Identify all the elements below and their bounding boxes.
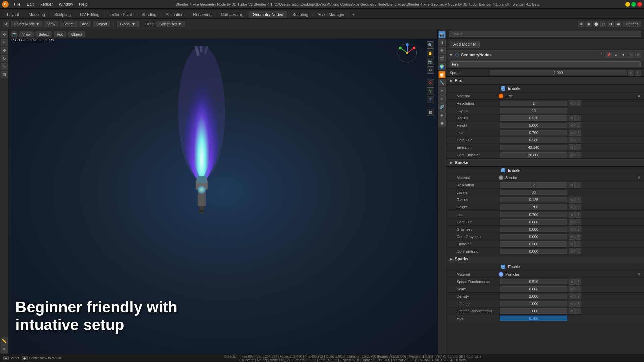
menu-window[interactable]: Window: [56, 1, 76, 7]
tab-asset-manager[interactable]: Asset Manager: [313, 11, 349, 18]
tab-compositing[interactable]: Compositing: [217, 11, 248, 18]
gizmo-view-btn[interactable]: ⊡: [427, 109, 434, 116]
fire-emission-driver-btn[interactable]: ◁: [569, 144, 575, 150]
fire-hue-value[interactable]: 0.700: [500, 130, 567, 135]
smoke-enable-checkbox[interactable]: ✓: [501, 168, 505, 172]
smoke-core-grayness-driver-btn[interactable]: ◁: [569, 234, 575, 240]
shading-wire-icon[interactable]: ◻: [600, 21, 606, 27]
fire-layers-value[interactable]: 10: [500, 108, 567, 113]
fire-expand-icon[interactable]: ▶: [450, 78, 453, 83]
fire-radius-more-btn[interactable]: ⋮: [575, 115, 581, 121]
properties-modifier-icon[interactable]: 🔧: [438, 79, 446, 86]
hand-tool-btn[interactable]: ✋: [427, 50, 434, 57]
fire-core-hue-value[interactable]: 0.580: [500, 137, 567, 143]
smoke-core-grayness-more-btn[interactable]: ⋮: [575, 234, 581, 240]
smoke-resolution-value[interactable]: 2: [500, 182, 567, 188]
geo-nodes-expand-icon[interactable]: ▼: [449, 53, 453, 57]
smoke-section-header[interactable]: ▶ Smoke: [446, 159, 644, 167]
sparks-scale-value[interactable]: 0.008: [500, 286, 567, 292]
sparks-lifetime-randomness-value[interactable]: 1.000: [500, 308, 567, 314]
search-input[interactable]: [449, 31, 641, 37]
smoke-emission-driver-btn[interactable]: ◁: [569, 241, 575, 247]
fire-res-more-btn[interactable]: ⋮: [575, 100, 581, 106]
smoke-radius-more-btn[interactable]: ⋮: [575, 197, 581, 203]
smoke-core-emission-driver-btn[interactable]: ◁: [569, 248, 575, 254]
maximize-button[interactable]: [631, 2, 636, 7]
smoke-core-emission-more-btn[interactable]: ⋮: [575, 248, 581, 254]
smoke-hue-driver-btn[interactable]: ◁: [569, 212, 575, 218]
tab-shading[interactable]: Shading: [137, 11, 161, 18]
smoke-emission-more-btn[interactable]: ⋮: [575, 241, 581, 247]
add-btn[interactable]: Add: [79, 21, 92, 27]
tab-animation[interactable]: Animation: [161, 11, 188, 18]
properties-world-icon[interactable]: 🌍: [438, 63, 446, 70]
fire-height-value[interactable]: 5.000: [500, 123, 567, 128]
properties-scene-icon[interactable]: 🎬: [438, 55, 446, 62]
smoke-core-grayness-value[interactable]: 0.000: [500, 234, 567, 239]
fire-material-remove[interactable]: ✕: [637, 94, 641, 98]
cursor-tool[interactable]: ✛: [1, 31, 8, 38]
fire-core-hue-driver-btn[interactable]: ◁: [569, 137, 575, 143]
smoke-emission-value[interactable]: 0.500: [500, 241, 567, 247]
smoke-core-hue-value[interactable]: 0.000: [500, 219, 567, 225]
mod-pin-btn[interactable]: 📌: [606, 52, 612, 58]
minimize-button[interactable]: [625, 2, 630, 7]
smoke-core-hue-driver-btn[interactable]: ◁: [569, 219, 575, 225]
smoke-expand-icon[interactable]: ▶: [450, 160, 453, 165]
fire-enable-checkbox[interactable]: ✓: [501, 86, 505, 90]
fire-resolution-value[interactable]: 2: [500, 101, 567, 106]
smoke-core-emission-value[interactable]: 0.000: [500, 249, 567, 254]
viewport-object-btn[interactable]: Object: [68, 31, 85, 37]
properties-object-icon[interactable]: ▣: [438, 71, 446, 78]
close-button[interactable]: [637, 2, 642, 7]
z-axis-btn[interactable]: Z: [427, 96, 434, 103]
speed-more-btn[interactable]: ⋮: [635, 70, 641, 76]
smoke-radius-value[interactable]: 0.125: [500, 197, 567, 202]
smoke-radius-driver-btn[interactable]: ◁: [569, 197, 575, 203]
sparks-scale-more-btn[interactable]: ⋮: [575, 286, 581, 292]
sparks-speed-randomness-value[interactable]: 0.510: [500, 279, 567, 284]
annotate-tool[interactable]: ✏: [1, 345, 8, 353]
properties-particles-icon[interactable]: ✦: [438, 87, 446, 95]
fire-radius-value[interactable]: 0.520: [500, 115, 567, 121]
viewport-view-btn[interactable]: View: [19, 31, 34, 37]
scale-tool[interactable]: ⤡: [1, 63, 8, 70]
properties-output-icon[interactable]: 🖨: [438, 39, 446, 46]
properties-material-icon[interactable]: ◉: [438, 119, 446, 127]
fire-height-more-btn[interactable]: ⋮: [575, 122, 581, 128]
tab-texture-paint[interactable]: Texture Paint: [104, 11, 137, 18]
tab-uv-editing[interactable]: UV Editing: [76, 11, 104, 18]
smoke-height-value[interactable]: 1.700: [500, 204, 567, 210]
sparks-lifetime-randomness-more-btn[interactable]: ⋮: [575, 308, 581, 314]
x-axis-btn[interactable]: X: [427, 79, 434, 86]
smoke-hue-more-btn[interactable]: ⋮: [575, 212, 581, 218]
fire-radius-driver-btn[interactable]: ◁: [569, 115, 575, 121]
shading-material-icon[interactable]: ◑: [608, 21, 614, 27]
fire-core-hue-more-btn[interactable]: ⋮: [575, 137, 581, 143]
tab-geometry-nodes[interactable]: Geometry Nodes: [248, 11, 287, 18]
tab-modeling[interactable]: Modeling: [24, 11, 49, 18]
smoke-height-more-btn[interactable]: ⋮: [575, 204, 581, 210]
transform-icon[interactable]: ⊕: [578, 21, 584, 27]
smoke-layers-value[interactable]: 30: [500, 190, 567, 195]
options-btn[interactable]: Options: [623, 21, 641, 27]
sparks-lifetime-more-btn[interactable]: ⋮: [575, 301, 581, 307]
tab-sculpting[interactable]: Sculpting: [50, 11, 75, 18]
sparks-density-more-btn[interactable]: ⋮: [575, 293, 581, 299]
mod-copy-btn[interactable]: ≡: [613, 52, 619, 58]
fire-emission-value[interactable]: 43.140: [500, 145, 567, 150]
shading-solid-icon[interactable]: ⬤: [593, 21, 599, 27]
sparks-density-driver-btn[interactable]: ◁: [569, 293, 575, 299]
mod-render-btn[interactable]: ◷: [628, 52, 634, 58]
smoke-material-remove[interactable]: ✕: [637, 175, 641, 180]
menu-edit[interactable]: Edit: [24, 1, 36, 7]
sparks-scale-driver-btn[interactable]: ◁: [569, 286, 575, 292]
fire-core-emission-more-btn[interactable]: ⋮: [575, 152, 581, 158]
y-axis-btn[interactable]: Y: [427, 87, 434, 95]
sparks-lifetime-randomness-driver-btn[interactable]: ◁: [569, 308, 575, 314]
menu-render[interactable]: Render: [37, 1, 55, 7]
sparks-enable-checkbox[interactable]: ✓: [501, 265, 505, 269]
select-btn[interactable]: Select: [60, 21, 77, 27]
object-mode-dropdown[interactable]: Object Mode ▼: [11, 21, 42, 27]
sparks-density-value[interactable]: 2.000: [500, 294, 567, 299]
